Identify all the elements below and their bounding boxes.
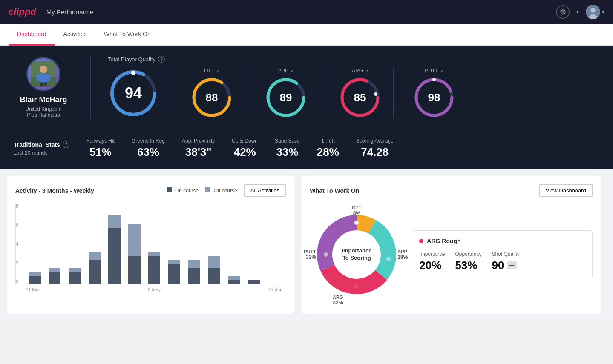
total-quality-label: Total Player Quality ? <box>108 56 599 63</box>
bar-group-7 <box>166 260 183 284</box>
putt-value: 98 <box>428 91 440 104</box>
info-card: ARG Rough Importance 20% Opportunity 53%… <box>412 230 593 279</box>
gauges-row: 94 OTT ↗ 88 <box>108 68 599 119</box>
chart-legend: On course Off course <box>167 187 237 194</box>
segment-label-arg: ARG32% <box>333 295 343 306</box>
svg-point-31 <box>354 284 359 289</box>
x-label-2: 9 May <box>148 287 161 292</box>
add-button[interactable]: ⊕ <box>556 5 570 19</box>
svg-point-13 <box>131 71 135 75</box>
chart-inner: 0 2 4 6 8 21 Mar 9 May 27 Jun <box>15 203 286 292</box>
trad-stats-title: Traditional Stats <box>14 141 60 148</box>
avatar-button[interactable]: ▾ <box>586 5 604 19</box>
bar-on-9 <box>208 268 220 284</box>
trad-stats-period: Last 20 rounds <box>14 150 69 156</box>
player-avatar <box>26 57 60 91</box>
player-handicap: Plus Handicap <box>27 112 60 118</box>
stats-top: Blair McHarg United Kingdom Plus Handica… <box>14 56 599 119</box>
svg-point-5 <box>40 65 47 73</box>
bar-off-9 <box>208 256 220 268</box>
plus-icon: ⊕ <box>560 7 566 17</box>
help-icon[interactable]: ? <box>158 56 165 63</box>
donut-container: ImportanceTo Scoring OTT8% APP28% ARG32%… <box>310 203 403 306</box>
bar-group-9 <box>205 256 223 284</box>
chart-header: Activity - 3 Months - Weekly On course O… <box>15 184 286 197</box>
svg-rect-10 <box>44 82 47 86</box>
bar-off-0 <box>29 272 41 276</box>
tab-what-to-work-on[interactable]: What To Work On <box>95 24 159 46</box>
gauge-app-label: APP ↗ <box>278 68 294 74</box>
gauge-arg-label: ARG ↗ <box>352 68 368 74</box>
chart-bars: 0 2 4 6 8 <box>15 203 286 284</box>
page-title: My Performance <box>46 9 93 16</box>
total-quality-value: 94 <box>125 84 142 102</box>
bar-on-3 <box>89 260 101 284</box>
svg-rect-9 <box>40 82 43 86</box>
tab-dashboard[interactable]: Dashboard <box>9 24 55 46</box>
wtwo-header: What To Work On View Dashboard <box>310 184 593 197</box>
player-name: Blair McHarg <box>20 95 67 104</box>
bar-off-10 <box>228 276 240 280</box>
bar-off-2 <box>69 268 81 272</box>
add-chevron: ▾ <box>576 9 579 15</box>
bar-on-4 <box>108 228 121 284</box>
gauge-ott-label: OTT ↗ <box>204 68 219 74</box>
svg-point-20 <box>374 92 377 96</box>
gauge-app: APP ↗ 89 <box>253 68 319 119</box>
svg-rect-8 <box>47 75 51 81</box>
bar-group-5 <box>126 224 143 284</box>
svg-point-30 <box>386 257 391 261</box>
segment-label-putt: PUTT32% <box>304 249 316 260</box>
info-metrics: Importance 20% Opportunity 53% Shot Qual… <box>419 251 585 272</box>
view-dashboard-button[interactable]: View Dashboard <box>539 184 593 197</box>
trad-stats-label: Traditional Stats ? Last 20 rounds <box>14 141 69 156</box>
metric-opportunity: Opportunity 53% <box>455 251 481 272</box>
putt-trend-icon: ↗ <box>440 69 443 73</box>
activity-chart-card: Activity - 3 Months - Weekly On course O… <box>7 176 294 314</box>
svg-point-23 <box>432 78 436 81</box>
chart-area: 0 2 4 6 8 21 Mar 9 May 27 Jun <box>15 203 286 297</box>
bar-off-5 <box>128 224 141 256</box>
avatar <box>586 5 600 19</box>
what-to-work-on-card: What To Work On View Dashboard <box>301 176 601 314</box>
svg-point-1 <box>590 8 596 13</box>
divider2 <box>175 68 175 110</box>
donut-center-label: ImportanceTo Scoring <box>342 247 371 262</box>
divider3 <box>249 68 249 110</box>
trad-help-icon[interactable]: ? <box>63 141 69 148</box>
shot-quality-badge: — <box>507 261 517 269</box>
gauge-putt-label: PUTT ↗ <box>425 68 443 74</box>
avatar-chevron: ▾ <box>602 9 604 15</box>
stats-panel: Blair McHarg United Kingdom Plus Handica… <box>0 46 613 169</box>
bar-on-2 <box>69 272 81 284</box>
arg-trend-icon: ↗ <box>365 69 368 73</box>
wtwo-title: What To Work On <box>310 187 359 194</box>
bar-group-0 <box>26 272 43 284</box>
x-labels: 21 Mar 9 May 27 Jun <box>15 284 286 292</box>
svg-point-29 <box>354 221 359 225</box>
stat-proximity: App. Proximity 38'3" <box>182 138 215 159</box>
svg-rect-7 <box>37 75 40 81</box>
info-card-dot <box>419 239 423 243</box>
player-info: Blair McHarg United Kingdom Plus Handica… <box>14 57 73 118</box>
stat-oneputt: 1 Putt 28% <box>317 138 339 159</box>
metric-shot-quality: Shot Quality 90 — <box>492 251 519 272</box>
bar-on-6 <box>148 256 161 284</box>
bottom-section: Activity - 3 Months - Weekly On course O… <box>0 169 613 321</box>
bar-on-8 <box>188 268 201 284</box>
gauges-section: Total Player Quality ? 94 <box>108 56 599 119</box>
logo-text: clippd <box>9 6 36 17</box>
arg-value: 85 <box>354 91 366 104</box>
tab-activities[interactable]: Activities <box>55 24 95 46</box>
metric-importance: Importance 20% <box>419 251 445 272</box>
wtwo-content: ImportanceTo Scoring OTT8% APP28% ARG32%… <box>310 203 593 306</box>
divider5 <box>397 68 397 110</box>
on-course-legend-dot <box>167 187 172 192</box>
header-right: ⊕ ▾ ▾ <box>556 5 604 19</box>
stat-fairways: Fairways Hit 51% <box>86 138 115 159</box>
all-activities-button[interactable]: All Activities <box>244 184 286 197</box>
bar-group-3 <box>86 252 103 284</box>
info-card-title: ARG Rough <box>419 238 585 244</box>
gauge-ott: OTT ↗ 88 <box>178 68 245 119</box>
bar-group-10 <box>225 276 243 284</box>
